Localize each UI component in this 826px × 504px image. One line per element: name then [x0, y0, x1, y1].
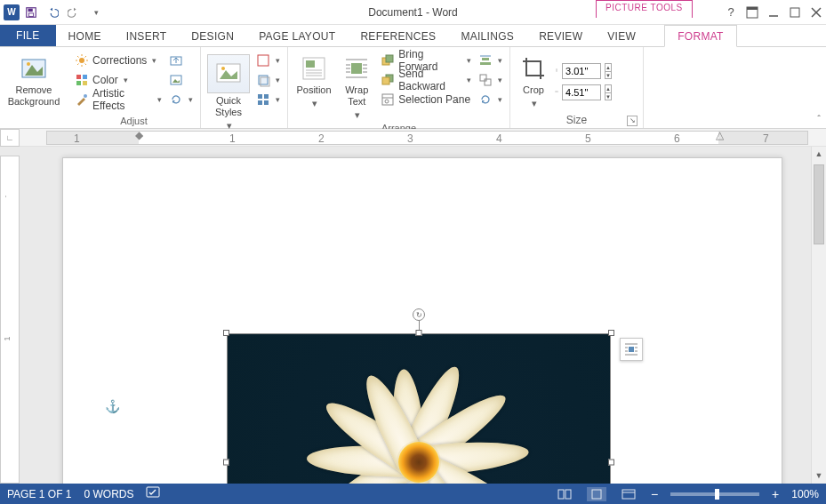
vertical-scrollbar[interactable]: ▲ ▼: [811, 147, 826, 484]
remove-background-button[interactable]: Remove Background: [5, 51, 62, 108]
quick-styles-button[interactable]: Quick Styles▾: [206, 51, 251, 132]
resize-handle[interactable]: [416, 330, 422, 336]
align-button[interactable]: ▾: [477, 51, 504, 70]
inserted-picture[interactable]: ↻: [227, 333, 611, 484]
contextual-tab-label: PICTURE TOOLS: [596, 0, 693, 18]
crop-button[interactable]: Crop▾: [516, 51, 551, 112]
shape-height-input[interactable]: [562, 63, 601, 79]
close-button[interactable]: [810, 6, 822, 19]
collapse-ribbon-button[interactable]: ˆ: [817, 114, 821, 124]
compress-pictures-button[interactable]: [167, 51, 195, 70]
window-controls: ?: [725, 6, 822, 19]
ruler-row: ∟ 1 1 2 3 4 5 6 7 ◆ △: [0, 129, 826, 147]
vertical-ruler[interactable]: · 1: [0, 156, 20, 484]
svg-line-18: [85, 64, 87, 66]
ribbon-display-options[interactable]: [746, 6, 758, 19]
svg-rect-32: [258, 55, 269, 66]
ribbon-tabs: FILE HOME INSERT DESIGN PAGE LAYOUT REFE…: [0, 25, 826, 47]
shape-height-row: ▲▼: [555, 63, 612, 79]
layout-options-button[interactable]: [620, 338, 643, 361]
help-button[interactable]: ?: [725, 6, 737, 19]
picture-layout-button[interactable]: ▾: [254, 90, 282, 109]
maximize-button[interactable]: [789, 6, 801, 19]
minimize-button[interactable]: [767, 6, 780, 19]
zoom-out-button[interactable]: −: [651, 487, 658, 501]
undo-button[interactable]: [43, 3, 62, 22]
qat-customize[interactable]: ▾: [85, 3, 105, 22]
dialog-launcher-icon[interactable]: ↘: [627, 116, 638, 126]
change-picture-button[interactable]: [167, 70, 195, 90]
resize-handle[interactable]: [223, 330, 229, 336]
svg-rect-54: [386, 55, 393, 62]
scrollbar-thumb[interactable]: [814, 164, 824, 244]
zoom-level[interactable]: 100%: [791, 488, 819, 500]
svg-line-19: [77, 64, 79, 66]
word-app-icon[interactable]: W: [4, 4, 20, 20]
selection-pane-button[interactable]: Selection Pane: [379, 90, 473, 109]
svg-rect-24: [83, 81, 87, 85]
horizontal-ruler[interactable]: 1 1 2 3 4 5 6 7 ◆ △: [46, 131, 808, 145]
shape-width-input[interactable]: [562, 84, 601, 100]
width-icon: [555, 90, 558, 93]
scroll-down-arrow[interactable]: ▼: [812, 468, 826, 484]
indent-marker-right[interactable]: △: [716, 129, 725, 138]
page-number-status[interactable]: PAGE 1 OF 1: [7, 488, 71, 500]
group-label-size: Size↘: [516, 112, 638, 128]
svg-point-11: [27, 62, 30, 66]
svg-rect-2: [28, 12, 33, 16]
svg-point-31: [221, 67, 225, 70]
svg-rect-22: [83, 75, 87, 79]
tab-home[interactable]: HOME: [56, 26, 114, 46]
svg-rect-4: [747, 7, 758, 10]
tab-insert[interactable]: INSERT: [114, 26, 180, 46]
svg-point-59: [385, 100, 389, 103]
corrections-button[interactable]: Corrections▾: [73, 51, 164, 70]
svg-rect-63: [480, 75, 486, 81]
rotation-handle[interactable]: ↻: [413, 308, 425, 321]
zoom-in-button[interactable]: +: [772, 487, 779, 501]
svg-line-17: [77, 56, 79, 58]
read-mode-button[interactable]: [555, 487, 574, 501]
redo-button[interactable]: [64, 3, 84, 22]
word-count-status[interactable]: 0 WORDS: [84, 488, 133, 500]
zoom-slider[interactable]: [670, 492, 759, 496]
scroll-up-arrow[interactable]: ▲: [812, 147, 826, 162]
tab-review[interactable]: REVIEW: [526, 26, 595, 46]
width-spinner[interactable]: ▲▼: [605, 84, 612, 100]
rotate-button[interactable]: ▾: [477, 90, 504, 109]
print-layout-button[interactable]: [587, 487, 606, 501]
svg-rect-6: [790, 8, 799, 17]
tab-format[interactable]: FORMAT: [664, 25, 737, 47]
resize-handle[interactable]: [608, 330, 614, 336]
resize-handle[interactable]: [223, 460, 229, 466]
height-spinner[interactable]: ▲▼: [605, 63, 612, 79]
web-layout-button[interactable]: [619, 487, 638, 501]
tab-view[interactable]: VIEW: [595, 26, 648, 46]
wrap-text-button[interactable]: Wrap Text▾: [338, 51, 375, 121]
picture-border-button[interactable]: ▾: [254, 51, 282, 70]
svg-rect-67: [629, 347, 634, 352]
resize-handle[interactable]: [608, 460, 614, 466]
save-button[interactable]: [21, 3, 41, 22]
reset-picture-button[interactable]: ▾: [167, 90, 195, 109]
tab-references[interactable]: REFERENCES: [348, 26, 448, 46]
svg-point-25: [84, 94, 87, 98]
spelling-status-icon[interactable]: [146, 486, 160, 501]
quick-access-toolbar: W ▾: [0, 3, 105, 22]
tab-mailings[interactable]: MAILINGS: [448, 26, 526, 46]
tab-design[interactable]: DESIGN: [179, 26, 246, 46]
svg-rect-21: [76, 75, 81, 79]
send-backward-button[interactable]: Send Backward▾: [379, 70, 473, 90]
object-anchor-icon[interactable]: ⚓: [105, 399, 120, 413]
indent-marker-left[interactable]: ◆: [135, 129, 144, 138]
tab-page-layout[interactable]: PAGE LAYOUT: [246, 26, 348, 46]
svg-rect-75: [558, 490, 564, 499]
position-button[interactable]: Position▾: [293, 51, 334, 121]
svg-rect-64: [485, 79, 491, 85]
tab-selector[interactable]: ∟: [0, 129, 20, 147]
picture-effects-button[interactable]: ▾: [254, 70, 282, 90]
tab-file[interactable]: FILE: [0, 25, 56, 46]
artistic-effects-button[interactable]: Artistic Effects▾: [73, 90, 164, 109]
window-title: Document1 - Word: [0, 6, 826, 19]
group-button[interactable]: ▾: [477, 70, 504, 90]
